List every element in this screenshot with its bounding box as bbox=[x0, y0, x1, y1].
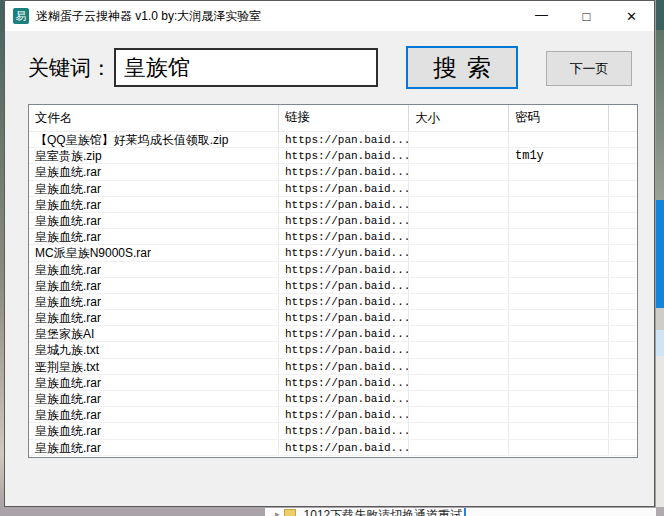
bg-band bbox=[656, 507, 664, 516]
cell-extra bbox=[609, 229, 637, 244]
cell-link[interactable]: https://pan.baid... bbox=[279, 213, 409, 228]
cell-size bbox=[409, 229, 509, 244]
cell-link[interactable]: https://pan.baid... bbox=[279, 391, 409, 406]
cell-filename: 皇族血统.rar bbox=[29, 213, 279, 228]
next-page-button[interactable]: 下一页 bbox=[546, 51, 632, 86]
cell-extra bbox=[609, 359, 637, 374]
cell-size bbox=[409, 326, 509, 341]
cell-link[interactable]: https://yun.baid... bbox=[279, 245, 409, 260]
cell-link[interactable]: https://pan.baid... bbox=[279, 148, 409, 163]
column-header-link[interactable]: 链接 bbox=[279, 105, 409, 131]
table-header: 文件名 链接 大小 密码 bbox=[29, 105, 637, 132]
cell-size bbox=[409, 294, 509, 309]
column-header-filename[interactable]: 文件名 bbox=[29, 105, 279, 131]
toast-message: 1012下载失败请切换通道重试 bbox=[304, 508, 463, 516]
column-header-extra bbox=[609, 105, 637, 131]
title-bar[interactable]: 易 迷糊蛋子云搜神器 v1.0 by:大润晟泽实验室 — □ ✕ bbox=[5, 1, 654, 31]
cell-size bbox=[409, 213, 509, 228]
file-table-body: 【QQ皇族馆】好莱坞成长值领取.ziphttps://pan.baid...皇室… bbox=[29, 132, 637, 456]
cell-link[interactable]: https://pan.baid... bbox=[279, 440, 409, 455]
bg-band bbox=[656, 0, 664, 30]
table-row[interactable]: 皇城九族.txthttps://pan.baid... bbox=[29, 342, 637, 358]
cell-size bbox=[409, 262, 509, 277]
table-row[interactable]: 皇族血统.rarhttps://pan.baid... bbox=[29, 197, 637, 213]
cell-size bbox=[409, 197, 509, 212]
cell-link[interactable]: https://pan.baid... bbox=[279, 278, 409, 293]
cell-password bbox=[509, 423, 609, 438]
cell-filename: 皇族血统.rar bbox=[29, 229, 279, 244]
cell-filename: 【QQ皇族馆】好莱坞成长值领取.zip bbox=[29, 132, 279, 147]
cell-link[interactable]: https://pan.baid... bbox=[279, 423, 409, 438]
column-header-password[interactable]: 密码 bbox=[509, 105, 609, 131]
cell-extra bbox=[609, 148, 637, 163]
cell-filename: 皇族血统.rar bbox=[29, 407, 279, 422]
cell-size bbox=[409, 375, 509, 390]
cell-link[interactable]: https://pan.baid... bbox=[279, 132, 409, 147]
cell-link[interactable]: https://pan.baid... bbox=[279, 197, 409, 212]
close-button[interactable]: ✕ bbox=[609, 1, 654, 31]
cell-size bbox=[409, 132, 509, 147]
cell-size bbox=[409, 181, 509, 196]
table-row[interactable]: 垩荆皇族.txthttps://pan.baid... bbox=[29, 359, 637, 375]
cell-size bbox=[409, 440, 509, 455]
cell-link[interactable]: https://pan.baid... bbox=[279, 262, 409, 277]
cell-link[interactable]: https://pan.baid... bbox=[279, 407, 409, 422]
cell-extra bbox=[609, 181, 637, 196]
bg-band bbox=[656, 330, 664, 356]
search-button[interactable]: 搜索 bbox=[406, 46, 518, 89]
table-row[interactable]: 【QQ皇族馆】好莱坞成长值领取.ziphttps://pan.baid... bbox=[29, 132, 637, 148]
cell-filename: 皇族血统.rar bbox=[29, 391, 279, 406]
cell-size bbox=[409, 391, 509, 406]
cell-link[interactable]: https://pan.baid... bbox=[279, 181, 409, 196]
cell-link[interactable]: https://pan.baid... bbox=[279, 342, 409, 357]
cell-link[interactable]: https://pan.baid... bbox=[279, 164, 409, 179]
cell-password bbox=[509, 181, 609, 196]
table-row[interactable]: 皇族血统.rarhttps://pan.baid... bbox=[29, 294, 637, 310]
table-row[interactable]: 皇室贵族.ziphttps://pan.baid...tm1y bbox=[29, 148, 637, 164]
table-row[interactable]: 皇族血统.rarhttps://pan.baid... bbox=[29, 164, 637, 180]
cell-link[interactable]: https://pan.baid... bbox=[279, 326, 409, 341]
cell-filename: 皇族血统.rar bbox=[29, 440, 279, 455]
keyword-input[interactable] bbox=[114, 48, 378, 87]
table-row[interactable]: 皇族血统.rarhttps://pan.baid... bbox=[29, 375, 637, 391]
toast-selection-edge bbox=[464, 508, 466, 516]
cell-filename: 皇族血统.rar bbox=[29, 310, 279, 325]
results-table[interactable]: 文件名 链接 大小 密码 【QQ皇族馆】好莱坞成长值领取.ziphttps://… bbox=[28, 104, 638, 458]
table-row[interactable]: 皇族血统.rarhttps://pan.baid... bbox=[29, 213, 637, 229]
cell-extra bbox=[609, 262, 637, 277]
table-row[interactable]: 皇族血统.rarhttps://pan.baid... bbox=[29, 407, 637, 423]
table-row[interactable]: 皇族血统.rarhttps://pan.baid... bbox=[29, 440, 637, 456]
cell-password bbox=[509, 229, 609, 244]
app-window: 易 迷糊蛋子云搜神器 v1.0 by:大润晟泽实验室 — □ ✕ 关键词： 搜索… bbox=[4, 0, 655, 507]
cell-link[interactable]: https://pan.baid... bbox=[279, 310, 409, 325]
cell-extra bbox=[609, 245, 637, 260]
table-row[interactable]: MC派皇族N9000S.rarhttps://yun.baid... bbox=[29, 245, 637, 261]
cell-password bbox=[509, 213, 609, 228]
cell-link[interactable]: https://pan.baid... bbox=[279, 229, 409, 244]
maximize-button[interactable]: □ bbox=[564, 1, 609, 31]
cell-link[interactable]: https://pan.baid... bbox=[279, 294, 409, 309]
cell-password bbox=[509, 262, 609, 277]
cell-extra bbox=[609, 342, 637, 357]
cell-size bbox=[409, 359, 509, 374]
cell-size bbox=[409, 310, 509, 325]
minimize-button[interactable]: — bbox=[519, 1, 564, 31]
table-row[interactable]: 皇族血统.rarhttps://pan.baid... bbox=[29, 229, 637, 245]
table-row[interactable]: 皇族血统.rarhttps://pan.baid... bbox=[29, 262, 637, 278]
table-row[interactable]: 皇族血统.rarhttps://pan.baid... bbox=[29, 278, 637, 294]
table-row[interactable]: 皇族血统.rarhttps://pan.baid... bbox=[29, 391, 637, 407]
cell-filename: 皇城九族.txt bbox=[29, 342, 279, 357]
cell-link[interactable]: https://pan.baid... bbox=[279, 375, 409, 390]
column-header-size[interactable]: 大小 bbox=[409, 105, 509, 131]
background-toast-window[interactable]: ▸ 1012下载失败请切换通道重试 bbox=[265, 508, 656, 516]
bg-band bbox=[656, 356, 664, 507]
cell-extra bbox=[609, 213, 637, 228]
cell-extra bbox=[609, 278, 637, 293]
table-row[interactable]: 皇族血统.rarhttps://pan.baid... bbox=[29, 423, 637, 439]
table-row[interactable]: 皇族血统.rarhttps://pan.baid... bbox=[29, 181, 637, 197]
cell-password: tm1y bbox=[509, 148, 609, 163]
table-row[interactable]: 皇堡家族AIhttps://pan.baid... bbox=[29, 326, 637, 342]
cell-filename: 垩荆皇族.txt bbox=[29, 359, 279, 374]
table-row[interactable]: 皇族血统.rarhttps://pan.baid... bbox=[29, 310, 637, 326]
cell-link[interactable]: https://pan.baid... bbox=[279, 359, 409, 374]
